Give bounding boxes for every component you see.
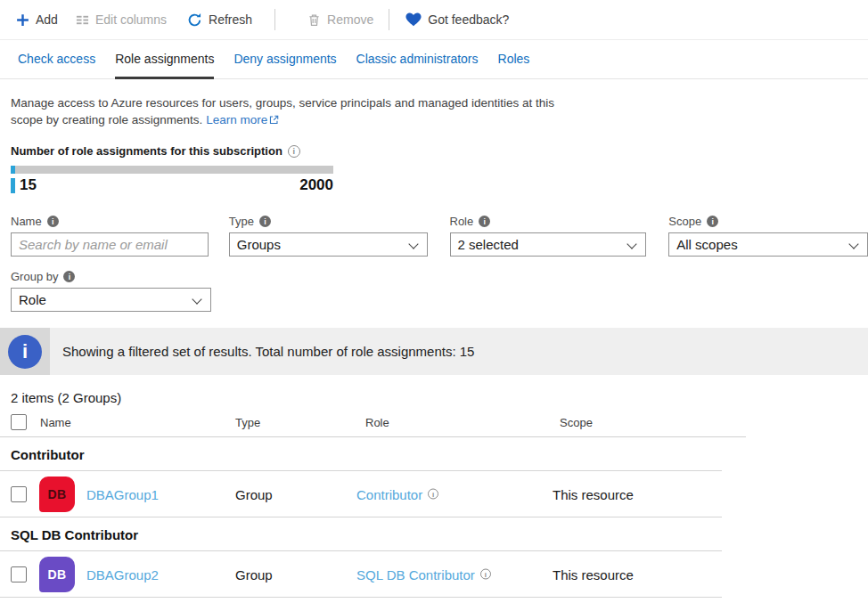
scope-select[interactable]: All scopes [668,232,868,257]
remove-label: Remove [327,12,373,27]
edit-columns-button[interactable]: Edit columns [76,12,167,27]
chevron-down-icon [408,239,418,248]
info-glyph: i [52,217,54,226]
chevron-down-icon [627,239,637,248]
info-glyph: i [293,147,296,156]
banner-message: Showing a filtered set of results. Total… [50,328,474,375]
info-icon[interactable]: i [479,216,490,227]
row-role-cell: Contributor i [356,486,438,501]
name-search-input[interactable] [11,232,209,257]
role-link[interactable]: Contributor [356,486,422,501]
group-avatar: DB [39,557,75,592]
column-header-name: Name [40,416,71,429]
role-filter-label-row: Role i [450,215,647,228]
scope-filter-label-row: Scope i [668,215,868,228]
main-content: Manage access to Azure resources for use… [0,94,868,312]
type-select[interactable]: Groups [229,232,428,257]
toolbar-divider [274,9,275,30]
trash-icon [307,13,321,27]
type-select-value: Groups [237,237,281,252]
avatar-initials: DB [47,487,66,501]
heart-icon [405,12,422,27]
description-text: Manage access to Azure resources for use… [11,96,554,126]
role-filter: Role i 2 selected [450,215,647,257]
tab-role-assignments[interactable]: Role assignments [115,40,214,79]
tab-check-access[interactable]: Check access [18,40,95,79]
select-all-checkbox[interactable] [11,414,27,430]
add-button-label: Add [36,12,58,27]
group-header-sql-db-contributor: SQL DB Contributor [0,517,722,551]
row-checkbox[interactable] [11,486,27,502]
role-assignments-page: Add Edit columns Refresh Remove Got feed… [0,0,868,611]
external-link-icon [269,112,279,129]
role-link[interactable]: SQL DB Contributor [356,566,475,582]
scope-filter-label: Scope [668,215,701,228]
info-glyph: i [483,217,486,226]
info-circle-icon: i [8,335,42,369]
column-header-scope: Scope [560,416,593,429]
name-filter-label-row: Name i [11,215,209,228]
feedback-button[interactable]: Got feedback? [405,12,509,27]
tab-classic-administrators[interactable]: Classic administrators [356,40,479,79]
info-glyph: i [485,570,487,578]
info-banner: i Showing a filtered set of results. Tot… [0,328,868,375]
group-header-label: Contributor [11,446,84,461]
tab-deny-assignments[interactable]: Deny assignments [233,40,336,79]
banner-icon-cell: i [0,328,50,375]
learn-more-label: Learn more [206,113,267,126]
info-glyph: i [22,340,28,363]
type-filter-label: Type [229,215,254,228]
role-select-value: 2 selected [458,237,519,252]
group-name-link[interactable]: DBAGroup1 [86,486,159,501]
info-icon[interactable]: i [259,216,271,227]
info-icon[interactable]: i [63,271,75,282]
column-header-role: Role [365,416,389,429]
quota-current-wrap: 15 [11,176,37,194]
type-filter: Type i Groups [229,215,428,257]
table-row[interactable]: DB DBAGroup1 Group Contributor i This re… [0,471,722,517]
group-avatar: DB [39,477,75,512]
info-icon[interactable]: i [707,216,718,227]
refresh-label: Refresh [209,12,252,27]
group-by-select-value: Role [19,292,46,307]
role-filter-label: Role [450,215,474,228]
tab-label: Role assignments [115,52,214,66]
role-select[interactable]: 2 selected [450,232,647,257]
info-icon[interactable]: i [47,216,59,227]
page-description: Manage access to Azure resources for use… [11,94,588,129]
quota-progress-bar [11,166,333,174]
row-type-cell: Group [235,486,273,501]
command-bar: Add Edit columns Refresh Remove Got feed… [0,0,868,40]
table-row[interactable]: DB DBAGroup2 Group SQL DB Contributor i … [0,551,722,598]
refresh-button[interactable]: Refresh [187,12,252,28]
info-icon[interactable]: i [428,489,438,500]
type-filter-label-row: Type i [229,215,428,228]
role-assignments-table: Name Type Role Scope Contributor DB DBAG… [0,408,868,598]
group-by-label: Group by [11,270,58,283]
info-icon[interactable]: i [480,569,491,580]
info-icon[interactable]: i [288,145,300,158]
info-glyph: i [711,217,714,226]
feedback-label: Got feedback? [428,12,509,27]
add-button[interactable]: Add [16,12,58,27]
row-type-cell: Group [235,566,273,582]
learn-more-link[interactable]: Learn more [206,113,267,126]
table-header-row: Name Type Role Scope [0,408,746,437]
group-header-contributor: Contributor [0,437,722,471]
tab-bar: Check access Role assignments Deny assig… [0,40,868,79]
chevron-down-icon [192,294,201,304]
quota-current-marker [11,178,15,193]
group-name-link[interactable]: DBAGroup2 [86,566,159,582]
tab-roles[interactable]: Roles [498,40,530,79]
remove-button[interactable]: Remove [307,12,373,27]
group-by-select[interactable]: Role [11,288,211,312]
tab-label: Roles [498,52,530,66]
name-filter-label: Name [11,215,42,228]
refresh-icon [187,12,202,28]
row-checkbox[interactable] [11,566,27,582]
row-role-cell: SQL DB Contributor i [356,566,491,582]
toolbar-divider [389,9,389,30]
column-header-type: Type [235,416,260,429]
quota-current-value: 15 [20,176,37,194]
info-glyph: i [69,273,71,281]
